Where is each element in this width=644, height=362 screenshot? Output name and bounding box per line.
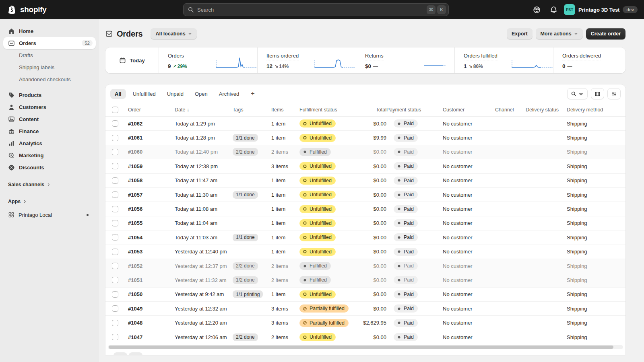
row-checkbox[interactable]	[112, 163, 118, 169]
row-checkbox[interactable]	[112, 149, 118, 155]
order-number[interactable]: #1053	[128, 249, 175, 255]
order-number[interactable]: #1056	[128, 206, 175, 212]
column-header-customer[interactable]: Customer	[443, 107, 495, 113]
export-button[interactable]: Export	[507, 28, 533, 39]
row-checkbox[interactable]	[112, 291, 118, 298]
columns-button[interactable]	[591, 88, 604, 99]
sort-button[interactable]	[607, 88, 621, 99]
sidebar-item-shipping-labels[interactable]: Shipping labels	[3, 61, 96, 73]
order-number[interactable]: #1060	[128, 149, 175, 155]
sidekick-button[interactable]	[530, 3, 543, 16]
row-checkbox[interactable]	[112, 249, 118, 255]
metric-orders[interactable]: Orders9↗29%	[159, 47, 258, 73]
sidebar-item-drafts[interactable]: Drafts	[3, 49, 96, 61]
order-number[interactable]: #1048	[128, 320, 175, 326]
row-checkbox[interactable]	[112, 120, 118, 127]
order-row-1058[interactable]: #1058Today at 11:47 am1 itemUnfulfilled$…	[105, 174, 625, 188]
order-number[interactable]: #1050	[128, 291, 175, 297]
create-order-button[interactable]: Create order	[586, 28, 625, 39]
order-number[interactable]: #1062	[128, 121, 175, 127]
column-header-order[interactable]: Order	[128, 107, 175, 113]
sidebar-item-discounts[interactable]: Discounts	[3, 161, 96, 173]
order-row-1052[interactable]: #1052Yesterday at 12:37 pm2/2 done2 item…	[105, 259, 625, 273]
metric-returns[interactable]: Returns$0—	[356, 47, 455, 73]
more-actions-button[interactable]: More actions	[536, 28, 583, 39]
order-row-1053[interactable]: #1053Yesterday at 12:40 pm1 itemUnfulfil…	[105, 245, 625, 259]
global-search[interactable]: ⌘ K	[183, 3, 449, 16]
next-page-button[interactable]: ›	[129, 352, 142, 355]
column-header-delivery-method[interactable]: Delivery method	[567, 107, 619, 113]
row-checkbox[interactable]	[112, 320, 118, 326]
row-checkbox[interactable]	[112, 135, 118, 141]
sidebar-app-printago-local[interactable]: Printago Local	[3, 209, 96, 221]
metric-items-ordered[interactable]: Items ordered12↘14%	[258, 47, 356, 73]
prev-page-button[interactable]: ‹	[114, 352, 127, 355]
row-checkbox[interactable]	[112, 277, 118, 283]
tab-unfulfilled[interactable]: Unfulfilled	[128, 89, 160, 99]
shopify-logo[interactable]: shopify	[0, 4, 99, 15]
location-filter-button[interactable]: All locations	[151, 28, 196, 39]
order-row-1051[interactable]: #1051Yesterday at 11:32 am1/2 done2 item…	[105, 273, 625, 287]
sidebar-item-home[interactable]: Home	[3, 25, 96, 37]
order-row-1054[interactable]: #1054Today at 11:03 am1/1 done1 itemUnfu…	[105, 230, 625, 245]
horizontal-scrollbar-thumb[interactable]	[109, 346, 613, 349]
row-checkbox[interactable]	[112, 305, 118, 312]
row-checkbox[interactable]	[112, 234, 118, 241]
store-menu[interactable]: P3T Printago 3D Test dev	[564, 4, 638, 15]
tab-unpaid[interactable]: Unpaid	[163, 89, 188, 99]
select-all-checkbox[interactable]	[112, 107, 118, 113]
sidebar-item-finance[interactable]: Finance	[3, 125, 96, 137]
column-header-tags[interactable]: Tags	[233, 107, 271, 113]
order-row-1049[interactable]: #1049Yesterday at 12:32 am3 itemsPartial…	[105, 302, 625, 316]
column-header-total[interactable]: Total	[360, 107, 386, 113]
tab-archived[interactable]: Archived	[215, 89, 244, 99]
column-header-fulfillment-status[interactable]: Fulfillment status	[299, 107, 360, 113]
sidebar-heading-sales-channels[interactable]: Sales channels	[3, 179, 96, 190]
order-row-1048[interactable]: #1048Yesterday at 12:20 am3 itemsPartial…	[105, 316, 625, 330]
notifications-button[interactable]	[547, 3, 560, 16]
column-header-channel[interactable]: Channel	[495, 107, 526, 113]
search-filter-button[interactable]	[567, 88, 588, 99]
order-row-1050[interactable]: #1050Yesterday at 9:42 am1/1 printing1 i…	[105, 288, 625, 302]
order-row-1057[interactable]: #1057Today at 11:30 am1/1 done1 itemUnfu…	[105, 188, 625, 202]
add-view-button[interactable]: +	[248, 89, 258, 99]
row-checkbox[interactable]	[112, 177, 118, 184]
order-number[interactable]: #1052	[128, 263, 175, 269]
column-header-delivery-status[interactable]: Delivery status	[526, 107, 567, 113]
order-number[interactable]: #1047	[128, 334, 175, 340]
sidebar-item-orders[interactable]: Orders52	[3, 37, 96, 49]
order-row-1055[interactable]: #1055Today at 11:04 am1 itemUnfulfilled$…	[105, 216, 625, 230]
order-row-1062[interactable]: #1062Today at 1:29 pm1 itemUnfulfilled$0…	[105, 117, 625, 131]
order-number[interactable]: #1051	[128, 277, 175, 283]
search-input[interactable]	[194, 7, 425, 13]
column-header-payment-status[interactable]: Payment status	[386, 107, 443, 113]
order-number[interactable]: #1057	[128, 192, 175, 198]
row-checkbox[interactable]	[112, 206, 118, 212]
sidebar-item-content[interactable]: Content	[3, 113, 96, 125]
tab-all[interactable]: All	[110, 89, 126, 99]
sidebar-heading-apps[interactable]: Apps	[3, 196, 96, 207]
order-number[interactable]: #1049	[128, 306, 175, 312]
order-number[interactable]: #1058	[128, 177, 175, 183]
order-row-1047[interactable]: #1047Yesterday at 12:06 am2/2 done2 item…	[105, 330, 625, 344]
metric-orders-delivered[interactable]: Orders delivered0—	[553, 47, 625, 73]
row-checkbox[interactable]	[112, 220, 118, 226]
sidebar-item-marketing[interactable]: Marketing	[3, 149, 96, 161]
order-row-1061[interactable]: #1061Today at 1:28 pm1/1 done1 itemUnful…	[105, 131, 625, 145]
row-checkbox[interactable]	[112, 263, 118, 269]
row-checkbox[interactable]	[112, 191, 118, 198]
order-number[interactable]: #1061	[128, 135, 175, 141]
sidebar-item-customers[interactable]: Customers	[3, 101, 96, 113]
row-checkbox[interactable]	[112, 334, 118, 340]
date-range-picker[interactable]: Today	[105, 47, 159, 73]
column-header-date[interactable]: Date ↓	[175, 107, 233, 113]
horizontal-scrollbar[interactable]	[108, 345, 623, 349]
order-number[interactable]: #1055	[128, 220, 175, 226]
sidebar-item-abandoned-checkouts[interactable]: Abandoned checkouts	[3, 73, 96, 85]
metric-orders-fulfilled[interactable]: Orders fulfilled1↘86%	[455, 47, 553, 73]
order-row-1056[interactable]: #1056Today at 11:08 am1 itemUnfulfilled$…	[105, 202, 625, 216]
order-number[interactable]: #1059	[128, 163, 175, 169]
order-number[interactable]: #1054	[128, 234, 175, 241]
sidebar-item-products[interactable]: Products	[3, 89, 96, 101]
sidebar-item-analytics[interactable]: Analytics	[3, 137, 96, 149]
